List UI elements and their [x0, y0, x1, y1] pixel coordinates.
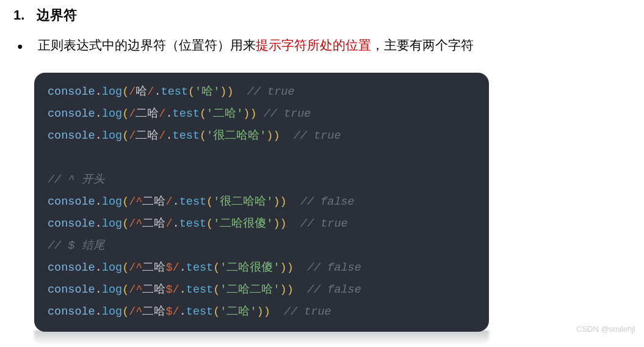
- token-regex-delim: /^: [129, 305, 142, 318]
- token-paren: (: [122, 130, 129, 142]
- token-regex-delim: /: [147, 86, 154, 98]
- token-paren: ): [264, 305, 270, 318]
- token-paren: ): [226, 86, 233, 98]
- token-dot: .: [179, 305, 186, 318]
- token-dot: .: [165, 108, 172, 120]
- token-paren: (: [122, 305, 129, 318]
- token-regex-body: 二哈: [142, 305, 165, 318]
- token-paren: (: [122, 283, 129, 296]
- token-paren: (: [200, 130, 206, 142]
- token-string: '二哈二哈': [220, 283, 280, 296]
- token-method: log: [102, 217, 122, 230]
- token-string: '很二哈哈': [206, 130, 266, 142]
- token-method: test: [186, 261, 213, 274]
- code-comment: // ^ 开头: [48, 174, 105, 186]
- token-method: test: [173, 108, 200, 120]
- token-paren: (: [213, 283, 220, 296]
- token-paren: (: [122, 195, 129, 208]
- token-regex-body: 二哈: [142, 261, 165, 274]
- token-paren: (: [122, 108, 129, 120]
- bullet-item: ● 正则表达式中的边界符（位置符）用来提示字符所处的位置，主要有两个字符: [0, 37, 644, 54]
- section-heading: 1. 边界符: [0, 6, 644, 24]
- code-comment: // false: [300, 195, 355, 208]
- code-line: console.log(/^二哈$/.test('二哈很傻')) // fals…: [48, 257, 476, 279]
- token-method: log: [102, 130, 122, 142]
- token-paren: (: [200, 108, 206, 120]
- token-dot: .: [173, 195, 179, 208]
- token-paren: ): [280, 217, 287, 230]
- code-comment: // true: [284, 305, 331, 318]
- token-paren: ): [280, 283, 287, 296]
- token-regex-delim: /^: [129, 261, 142, 274]
- token-method: log: [102, 195, 122, 208]
- code-reflection: [34, 331, 489, 345]
- token-paren: (: [122, 86, 129, 98]
- token-string: '二哈很傻': [213, 217, 273, 230]
- bullet-suffix: ，主要有两个字符: [371, 38, 474, 52]
- token-paren: ): [287, 261, 294, 274]
- token-paren: ): [280, 195, 287, 208]
- token-regex-body: 二哈: [136, 130, 159, 142]
- code-line: console.log(/二哈/.test('二哈')) // true: [48, 103, 476, 125]
- token-regex-body: 二哈: [136, 108, 159, 120]
- code-block: console.log(/哈/.test('哈')) // trueconsol…: [34, 73, 489, 332]
- token-regex-delim: /^: [129, 195, 142, 208]
- code-line: [48, 147, 476, 169]
- code-comment: // true: [264, 108, 311, 120]
- token-method: test: [179, 217, 206, 230]
- token-regex-delim: /: [159, 108, 165, 120]
- code-line: console.log(/^二哈$/.test('二哈二哈')) // fals…: [48, 279, 476, 301]
- bullet-marker: ●: [17, 38, 23, 54]
- token-regex-delim: /: [129, 86, 136, 98]
- token-object: console: [48, 195, 95, 208]
- code-comment: // true: [294, 130, 341, 142]
- code-line: console.log(/^二哈/.test('很二哈哈')) // false: [48, 191, 476, 213]
- token-paren: ): [273, 195, 280, 208]
- token-regex-delim: /: [159, 130, 165, 142]
- token-method: test: [179, 195, 206, 208]
- token-paren: ): [243, 108, 250, 120]
- code-comment: // true: [247, 86, 295, 98]
- token-dot: .: [95, 261, 102, 274]
- token-method: test: [173, 130, 200, 142]
- code-comment: // true: [300, 217, 348, 230]
- token-string: '二哈很傻': [220, 261, 280, 274]
- token-method: log: [102, 86, 122, 98]
- token-method: log: [102, 305, 122, 318]
- token-dot: .: [165, 130, 172, 142]
- token-method: test: [186, 305, 213, 318]
- token-regex-body: 二哈: [142, 195, 165, 208]
- code-comment: // false: [307, 261, 361, 274]
- token-paren: ): [220, 86, 226, 98]
- token-paren: (: [206, 195, 213, 208]
- bullet-highlight: 提示字符所处的位置: [256, 38, 371, 52]
- token-regex-delim: $/: [165, 283, 179, 296]
- code-comment: // false: [307, 283, 361, 296]
- token-regex-delim: $/: [165, 305, 179, 318]
- token-paren: (: [122, 261, 129, 274]
- token-paren: (: [188, 86, 195, 98]
- token-string: '二哈': [206, 108, 243, 120]
- token-regex-delim: /: [165, 195, 172, 208]
- token-regex-delim: $/: [165, 261, 179, 274]
- token-dot: .: [173, 217, 179, 230]
- heading-text: 边界符: [37, 6, 77, 24]
- token-paren: (: [206, 217, 213, 230]
- token-regex-delim: /: [165, 217, 172, 230]
- code-comment: // $ 结尾: [48, 239, 105, 252]
- token-regex-body: 哈: [136, 86, 147, 98]
- token-dot: .: [95, 283, 102, 296]
- token-method: log: [102, 261, 122, 274]
- token-dot: .: [95, 305, 102, 318]
- token-regex-delim: /^: [129, 283, 142, 296]
- token-dot: .: [179, 261, 186, 274]
- code-area: console.log(/哈/.test('哈')) // trueconsol…: [0, 73, 644, 332]
- token-method: log: [102, 108, 122, 120]
- code-line: // ^ 开头: [48, 169, 476, 191]
- token-dot: .: [95, 217, 102, 230]
- token-regex-body: 二哈: [142, 283, 165, 296]
- token-object: console: [48, 108, 95, 120]
- token-dot: .: [179, 283, 186, 296]
- token-paren: ): [250, 108, 256, 120]
- code-line: console.log(/二哈/.test('很二哈哈')) // true: [48, 125, 476, 147]
